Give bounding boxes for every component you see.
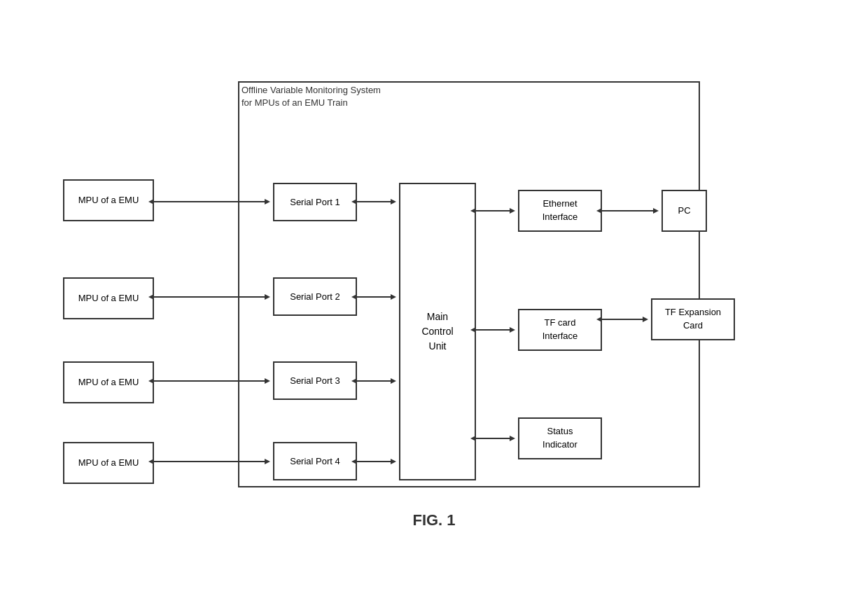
pc-box: PC [662, 190, 707, 232]
status-indicator-box: StatusIndicator [518, 417, 602, 459]
mpu-box-4: MPU of a EMU [63, 442, 154, 484]
main-control-unit-box: MainControlUnit [399, 183, 476, 480]
tfcard-interface-box: TF cardInterface [518, 309, 602, 351]
diagram-container: Offline Variable Monitoring System for M… [49, 60, 819, 536]
serial-port-3-box: Serial Port 3 [273, 361, 357, 400]
mpu-box-3: MPU of a EMU [63, 361, 154, 403]
mpu-box-2: MPU of a EMU [63, 277, 154, 319]
serial-port-4-box: Serial Port 4 [273, 442, 357, 480]
tf-expansion-card-box: TF ExpansionCard [651, 298, 735, 340]
figure-label: FIG. 1 [412, 511, 455, 529]
serial-port-1-box: Serial Port 1 [273, 183, 357, 221]
mpu-box-1: MPU of a EMU [63, 179, 154, 221]
ethernet-interface-box: EthernetInterface [518, 190, 602, 232]
serial-port-2-box: Serial Port 2 [273, 277, 357, 316]
system-label: Offline Variable Monitoring System for M… [241, 84, 381, 109]
